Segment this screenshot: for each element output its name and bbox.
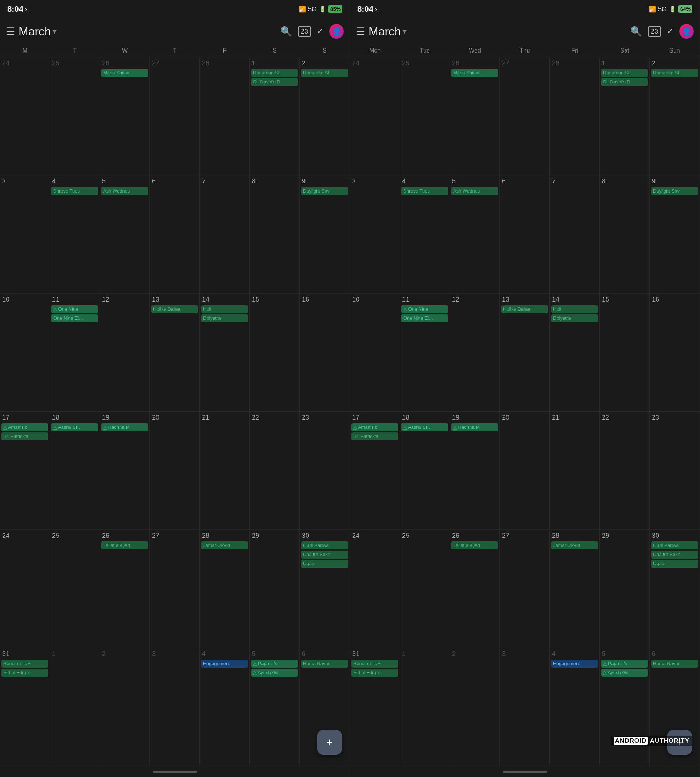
day-cell[interactable]: 4Shrove Tues (50, 175, 100, 293)
event-chip[interactable]: Ugadi (651, 560, 698, 568)
event-chip[interactable]: △ Aashu St… (52, 424, 98, 431)
day-cell[interactable]: 2Ramadan St… (650, 57, 700, 175)
tasks-icon[interactable]: ✓ (317, 27, 323, 36)
day-cell[interactable]: 27 (150, 57, 200, 175)
event-chip[interactable]: Shrove Tues (52, 187, 98, 195)
event-chip[interactable]: Ramadan St… (601, 69, 648, 77)
event-chip[interactable]: Ash Wednes (102, 187, 148, 195)
day-cell[interactable]: 30Gudi PadwaChaitra SukhUgadi (300, 530, 350, 647)
day-cell[interactable]: 11△ One NineOne Nine Ei… (50, 293, 100, 411)
day-cell[interactable]: 31Ramzan Id/EEid al-Fitr (te (350, 648, 400, 766)
event-chip[interactable]: △ Rachna M (452, 424, 498, 431)
day-cell[interactable]: 25 (400, 530, 450, 647)
event-chip[interactable]: Eid al-Fitr (te (2, 669, 48, 677)
event-chip[interactable]: Jamat Ul-Vid (551, 542, 598, 550)
event-chip[interactable]: Dolyatra (201, 314, 248, 322)
event-chip[interactable]: Rama Navan (651, 660, 698, 668)
day-cell[interactable]: 24 (350, 530, 400, 647)
event-chip[interactable]: Ugadi (301, 560, 348, 568)
day-cell[interactable]: 9Daylight Sav (650, 175, 700, 293)
day-cell[interactable]: 26Maha Shivar (450, 57, 500, 175)
day-cell[interactable]: 28 (550, 57, 600, 175)
day-cell[interactable]: 7 (550, 175, 600, 293)
day-cell[interactable]: 4Engagement (200, 648, 250, 766)
day-cell[interactable]: 15 (600, 293, 650, 411)
event-chip[interactable]: St. Patrick's (352, 432, 398, 440)
menu-icon[interactable]: ☰ (6, 25, 15, 38)
event-chip[interactable]: Ramadan St… (651, 69, 698, 77)
day-cell[interactable]: 25 (50, 57, 100, 175)
search-icon[interactable]: 🔍 (280, 26, 292, 37)
event-chip[interactable]: △ Aman's bi (2, 424, 48, 431)
day-cell[interactable]: 24 (350, 57, 400, 175)
event-chip[interactable]: △ One Nine (52, 305, 98, 313)
day-cell[interactable]: 7 (200, 175, 250, 293)
day-cell[interactable]: 27 (150, 530, 200, 647)
day-cell[interactable]: 14HoliDolyatra (200, 293, 250, 411)
day-cell[interactable]: 1Ramadan St…St. David's D (600, 57, 650, 175)
day-cell[interactable]: 9Daylight Sav (300, 175, 350, 293)
event-chip[interactable]: Holi (201, 305, 248, 313)
day-cell[interactable]: 4Engagement (550, 648, 600, 766)
day-cell[interactable]: 6 (500, 175, 550, 293)
day-cell[interactable]: 16 (300, 293, 350, 411)
day-cell[interactable]: 18△ Aashu St… (400, 412, 450, 529)
day-cell[interactable]: 11△ One NineOne Nine Ei… (400, 293, 450, 411)
tasks-icon[interactable]: ✓ (667, 27, 673, 36)
event-chip[interactable]: △ Ayush Go (601, 669, 648, 677)
calendar-date-icon[interactable]: 23 (648, 26, 661, 37)
day-cell[interactable]: 31Ramzan Id/EEid al-Fitr (te (0, 648, 50, 766)
day-cell[interactable]: 20 (150, 412, 200, 529)
day-cell[interactable]: 23 (650, 412, 700, 529)
avatar[interactable]: 👤 (329, 24, 344, 38)
event-chip[interactable]: One Nine Ei… (402, 314, 448, 322)
day-cell[interactable]: 20 (500, 412, 550, 529)
day-cell[interactable]: 24 (0, 57, 50, 175)
day-cell[interactable]: 1Ramadan St…St. David's D (250, 57, 300, 175)
day-cell[interactable]: 16 (650, 293, 700, 411)
day-cell[interactable]: 12 (100, 293, 150, 411)
event-chip[interactable]: Rama Navan (301, 660, 348, 668)
day-cell[interactable]: 12 (450, 293, 500, 411)
fab-add-button[interactable]: + (317, 730, 342, 755)
day-cell[interactable]: 5△ Papa Ji's△ Ayush Go (250, 648, 300, 766)
event-chip[interactable]: Holi (551, 305, 598, 313)
event-chip[interactable]: Gudi Padwa (301, 542, 348, 550)
day-cell[interactable]: 1 (50, 648, 100, 766)
day-cell[interactable]: 3 (0, 175, 50, 293)
calendar-date-icon[interactable]: 23 (298, 26, 311, 37)
event-chip[interactable]: Maha Shivar (102, 69, 148, 77)
day-cell[interactable]: 13Holika Dahar (500, 293, 550, 411)
day-cell[interactable]: 19△ Rachna M (100, 412, 150, 529)
day-cell[interactable]: 21 (550, 412, 600, 529)
day-cell[interactable]: 18△ Aashu St… (50, 412, 100, 529)
day-cell[interactable]: 3 (350, 175, 400, 293)
day-cell[interactable]: 30Gudi PadwaChaitra SukhUgadi (650, 530, 700, 647)
event-chip[interactable]: △ Rachna M (102, 424, 148, 431)
event-chip[interactable]: Ramadan St… (301, 69, 348, 77)
day-cell[interactable]: 13Holika Dahar (150, 293, 200, 411)
event-chip[interactable]: Chaitra Sukh (301, 550, 348, 559)
event-chip[interactable]: St. Patrick's (2, 432, 48, 440)
event-chip[interactable]: Engagement (551, 660, 598, 668)
day-cell[interactable]: 1 (400, 648, 450, 766)
menu-icon[interactable]: ☰ (356, 25, 365, 38)
event-chip[interactable]: Dolyatra (551, 314, 598, 322)
day-cell[interactable]: 14HoliDolyatra (550, 293, 600, 411)
event-chip[interactable]: Ramadan St… (251, 69, 298, 77)
day-cell[interactable]: 27 (500, 530, 550, 647)
event-chip[interactable]: △ Papa Ji's (251, 660, 298, 668)
day-cell[interactable]: 5△ Papa Ji's△ Ayush Go (600, 648, 650, 766)
day-cell[interactable]: 26Lailat al-Qad (450, 530, 500, 647)
day-cell[interactable]: 25 (400, 57, 450, 175)
day-cell[interactable]: 28Jamat Ul-Vid (550, 530, 600, 647)
day-cell[interactable]: 5Ash Wednes (100, 175, 150, 293)
event-chip[interactable]: Ramzan Id/E (2, 660, 48, 668)
month-title[interactable]: March ▾ (368, 25, 627, 38)
day-cell[interactable]: 10 (350, 293, 400, 411)
day-cell[interactable]: 29 (600, 530, 650, 647)
day-cell[interactable]: 21 (200, 412, 250, 529)
event-chip[interactable]: Lailat al-Qad (102, 542, 148, 550)
day-cell[interactable]: 28Jamat Ul-Vid (200, 530, 250, 647)
search-icon[interactable]: 🔍 (630, 26, 642, 37)
